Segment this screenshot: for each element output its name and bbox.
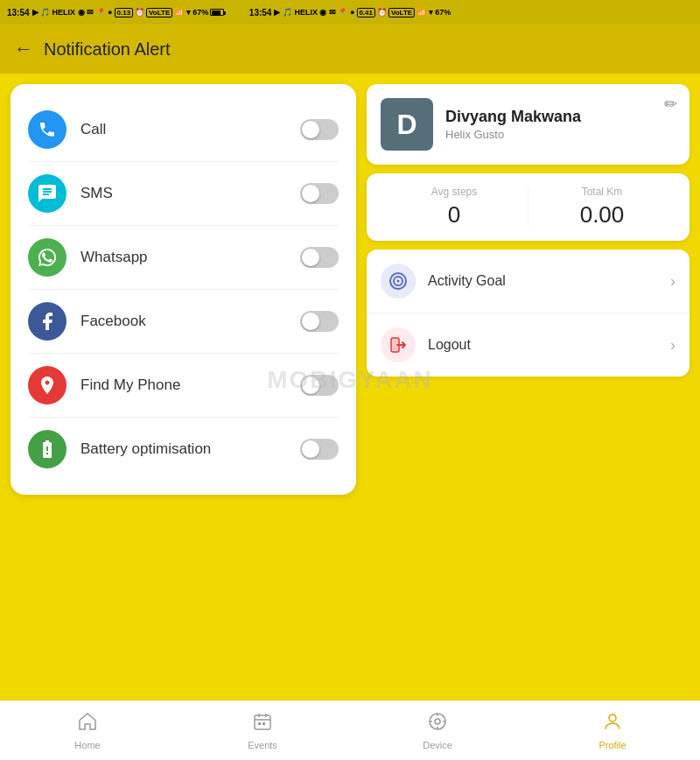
notif-item-battery[interactable]: Battery optimisation (10, 418, 356, 481)
battery-label: Battery optimisation (80, 440, 286, 458)
activity-goal-item[interactable]: Activity Goal › (367, 250, 690, 313)
status-icons-left: ▶ 🎵 HELIX ◉ ✉ 📍 ● 0.13 ⏰ VoLTE 📶 ▾ 67% (32, 8, 225, 18)
bottom-nav: Home Events (0, 700, 700, 760)
facebook-label: Facebook (80, 313, 286, 330)
sms-icon (28, 174, 66, 213)
nav-home[interactable]: Home (0, 706, 175, 756)
sms-label: SMS (80, 185, 286, 202)
device-icon (427, 711, 448, 737)
logout-item[interactable]: Logout › (367, 313, 690, 376)
total-km-stat: Total Km 0.00 (528, 186, 676, 229)
battery-icon (28, 430, 66, 468)
logout-chevron: › (670, 336, 676, 355)
home-label: Home (74, 740, 100, 750)
avg-steps-label: Avg steps (381, 186, 528, 198)
status-bar: 13:54 ▶ 🎵 HELIX ◉ ✉ 📍 ● 0.13 ⏰ VoLTE 📶 ▾… (0, 0, 700, 25)
svg-rect-10 (262, 722, 265, 725)
notif-item-facebook[interactable]: Facebook (10, 290, 356, 353)
logout-label: Logout (428, 337, 658, 353)
nav-device[interactable]: Device (350, 706, 525, 756)
nav-profile[interactable]: Profile (525, 706, 700, 756)
findphone-label: Find My Phone (80, 376, 286, 394)
activity-goal-chevron: › (670, 272, 676, 291)
back-button[interactable]: ← (14, 38, 33, 60)
status-bar-left: 13:54 ▶ 🎵 HELIX ◉ ✉ 📍 ● 0.13 ⏰ VoLTE 📶 ▾… (7, 8, 224, 18)
call-toggle[interactable] (300, 119, 339, 140)
time-center: 13:54 (249, 8, 272, 18)
events-label: Events (248, 740, 277, 750)
svg-point-17 (609, 714, 616, 721)
total-km-value: 0.00 (528, 201, 676, 229)
svg-rect-9 (258, 722, 261, 725)
header: ← Notification Alert (0, 25, 700, 74)
page-title: Notification Alert (44, 39, 171, 60)
nav-events[interactable]: Events (175, 706, 350, 756)
call-icon (28, 110, 66, 149)
status-bar-center: 13:54 ▶ 🎵 HELIX ◉ ✉ 📍 ● 0.41 ⏰ VoLTE 📶 ▾… (249, 8, 451, 18)
time-left: 13:54 (7, 8, 30, 18)
right-panel: D Divyang Makwana Helix Gusto ✏ Avg step… (367, 84, 690, 690)
profile-name: Divyang Makwana (445, 108, 676, 126)
notification-panel: CallSMSWhatsappFacebookFind My PhoneBatt… (10, 84, 356, 495)
notif-item-sms[interactable]: SMS (10, 162, 356, 225)
profile-info: Divyang Makwana Helix Gusto (445, 108, 676, 141)
menu-card: Activity Goal › Logout › (367, 250, 690, 376)
events-icon (252, 711, 273, 737)
stats-card: Avg steps 0 Total Km 0.00 (367, 173, 690, 241)
activity-goal-label: Activity Goal (428, 273, 658, 289)
home-icon (77, 711, 98, 737)
battery-toggle[interactable] (300, 439, 339, 460)
edit-profile-button[interactable]: ✏ (664, 95, 677, 114)
notif-item-call[interactable]: Call (10, 98, 356, 161)
device-label: Device (423, 740, 452, 750)
activity-goal-icon (381, 264, 416, 299)
facebook-icon (28, 302, 66, 341)
whatsapp-icon (28, 238, 66, 277)
svg-point-2 (397, 280, 400, 283)
profile-card: D Divyang Makwana Helix Gusto ✏ (367, 84, 690, 165)
avatar: D (381, 98, 433, 151)
total-km-label: Total Km (528, 186, 676, 198)
whatsapp-toggle[interactable] (300, 247, 339, 268)
notif-item-whatsapp[interactable]: Whatsapp (10, 226, 356, 289)
findphone-toggle[interactable] (300, 375, 339, 396)
profile-label: Profile (598, 740, 626, 750)
content-area: CallSMSWhatsappFacebookFind My PhoneBatt… (0, 74, 700, 700)
avg-steps-stat: Avg steps 0 (381, 186, 528, 229)
facebook-toggle[interactable] (300, 311, 339, 332)
findphone-icon (28, 366, 66, 405)
call-label: Call (80, 121, 286, 138)
avg-steps-value: 0 (381, 201, 528, 229)
svg-point-12 (435, 719, 440, 724)
logout-icon (381, 327, 416, 362)
whatsapp-label: Whatsapp (80, 249, 286, 266)
profile-subtitle: Helix Gusto (445, 128, 676, 141)
sms-toggle[interactable] (300, 183, 339, 204)
notif-item-findphone[interactable]: Find My Phone (10, 354, 356, 417)
app-container: ← Notification Alert CallSMSWhatsappFace… (0, 25, 700, 760)
profile-icon (602, 711, 623, 737)
svg-rect-5 (255, 715, 270, 729)
